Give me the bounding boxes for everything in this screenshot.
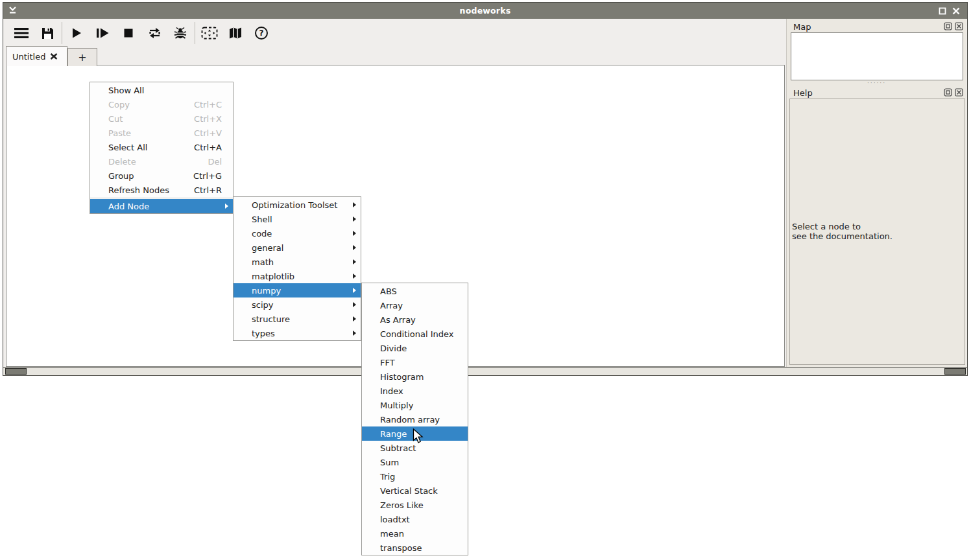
help-button[interactable]: ?	[248, 21, 274, 45]
menu-item-label: Refresh Nodes	[108, 185, 178, 195]
menu-item-types[interactable]: types	[234, 326, 361, 340]
help-panel-header: Help	[787, 86, 966, 99]
submenu-arrow-icon	[353, 245, 356, 250]
submenu-arrow-icon	[353, 316, 356, 321]
right-dock: Map ······ Help	[786, 19, 966, 368]
tab-close-icon[interactable]	[50, 52, 58, 60]
menu-item-label: math	[252, 257, 353, 267]
maximize-icon	[939, 7, 946, 15]
menu-item-array[interactable]: Array	[362, 298, 468, 312]
menu-item-label: numpy	[252, 286, 353, 296]
float-icon	[944, 22, 952, 30]
horizontal-scrollbar[interactable]	[3, 367, 967, 375]
menu-item-zeros-like[interactable]: Zeros Like	[362, 498, 468, 512]
tab-label: Untitled	[12, 52, 45, 62]
main-menu-button[interactable]	[8, 21, 34, 45]
menu-item-label: code	[252, 229, 353, 239]
menu-item-label: Show All	[108, 86, 222, 95]
menu-item-label: Delete	[108, 157, 192, 167]
scrollbar-thumb[interactable]	[5, 368, 27, 375]
menu-item-matplotlib[interactable]: matplotlib	[234, 269, 361, 283]
close-window-button[interactable]	[951, 6, 961, 16]
menu-item-divide[interactable]: Divide	[362, 341, 468, 355]
run-button[interactable]	[64, 21, 90, 45]
menu-item-histogram[interactable]: Histogram	[362, 369, 468, 384]
menu-item-multiply[interactable]: Multiply	[362, 398, 468, 412]
menu-item-show-all[interactable]: Show All	[90, 83, 233, 97]
fit-view-icon	[201, 27, 218, 40]
fit-view-button[interactable]	[197, 21, 222, 45]
menu-item-label: Array	[380, 301, 457, 310]
menu-item-add-node[interactable]: Add Node	[90, 199, 233, 213]
step-run-icon	[96, 28, 109, 38]
help-close-button[interactable]	[954, 88, 963, 97]
menu-item-label: Select All	[108, 143, 178, 152]
run-icon	[72, 28, 82, 38]
menu-item-transpose[interactable]: transpose	[362, 541, 468, 555]
add-node-submenu: Optimization ToolsetShellcodegeneralmath…	[233, 196, 361, 341]
menu-item-label: structure	[252, 314, 353, 324]
loop-run-button[interactable]	[141, 21, 167, 45]
menu-item-sum[interactable]: Sum	[362, 455, 468, 469]
map-toggle-button[interactable]	[222, 21, 248, 45]
menu-item-delete: DeleteDel	[90, 154, 233, 169]
menu-item-abs[interactable]: ABS	[362, 284, 468, 298]
maximize-button[interactable]	[937, 6, 948, 16]
map-view[interactable]	[791, 32, 963, 80]
menu-item-label: Copy	[108, 100, 178, 110]
help-message-line: Select a node to	[792, 222, 893, 232]
menu-item-general[interactable]: general	[234, 240, 361, 255]
scrollbar-end-block[interactable]	[944, 368, 966, 375]
menu-item-label: ABS	[380, 286, 457, 296]
menu-item-select-all[interactable]: Select AllCtrl+A	[90, 140, 233, 154]
menu-item-label: scipy	[252, 300, 353, 310]
menu-item-index[interactable]: Index	[362, 384, 468, 398]
step-run-button[interactable]	[90, 21, 115, 45]
submenu-arrow-icon	[353, 202, 356, 207]
new-tab-label: +	[78, 51, 86, 64]
save-button[interactable]	[34, 21, 60, 45]
menu-item-label: Sum	[380, 458, 457, 467]
menu-item-fft[interactable]: FFT	[362, 355, 468, 369]
tab-untitled[interactable]: Untitled	[6, 46, 67, 66]
map-icon	[228, 27, 243, 40]
menu-item-copy: CopyCtrl+C	[90, 97, 233, 111]
menu-item-random-array[interactable]: Random array	[362, 412, 468, 426]
menu-item-loadtxt[interactable]: loadtxt	[362, 512, 468, 526]
menu-item-as-array[interactable]: As Array	[362, 312, 468, 327]
menu-item-refresh-nodes[interactable]: Refresh NodesCtrl+R	[90, 183, 233, 197]
close-icon	[952, 7, 960, 15]
debug-bug-icon	[174, 27, 187, 40]
window-title: nodeworks	[3, 6, 967, 16]
new-tab-button[interactable]: +	[67, 48, 97, 66]
menu-item-group[interactable]: GroupCtrl+G	[90, 169, 233, 183]
menu-item-shell[interactable]: Shell	[234, 212, 361, 226]
dock-splitter-handle[interactable]: ······	[787, 81, 966, 86]
toolbar-separator	[62, 22, 62, 44]
help-icon: ?	[254, 26, 269, 40]
menu-item-label: Random array	[380, 415, 457, 425]
stop-button[interactable]	[115, 21, 141, 45]
map-float-button[interactable]	[943, 21, 952, 30]
debug-button[interactable]	[167, 21, 193, 45]
menu-item-mean[interactable]: mean	[362, 526, 468, 541]
menu-item-code[interactable]: code	[234, 226, 361, 240]
menu-item-math[interactable]: math	[234, 255, 361, 269]
menu-item-numpy[interactable]: numpy	[234, 283, 361, 298]
menu-item-label: loadtxt	[380, 515, 457, 524]
menu-item-label: Add Node	[108, 202, 225, 211]
menu-item-vertical-stack[interactable]: Vertical Stack	[362, 484, 468, 498]
menu-item-scipy[interactable]: scipy	[234, 298, 361, 312]
menu-item-label: matplotlib	[252, 272, 353, 281]
submenu-arrow-icon	[353, 331, 356, 336]
menu-item-label: Group	[108, 171, 178, 181]
menu-item-structure[interactable]: structure	[234, 312, 361, 326]
menu-item-optimization-toolset[interactable]: Optimization Toolset	[234, 198, 361, 212]
mouse-cursor	[413, 428, 424, 444]
help-float-button[interactable]	[943, 88, 952, 97]
menu-item-trig[interactable]: Trig	[362, 469, 468, 484]
titlebar: nodeworks	[3, 3, 967, 19]
map-close-button[interactable]	[954, 21, 963, 30]
menu-item-conditional-index[interactable]: Conditional Index	[362, 327, 468, 341]
menu-item-shortcut: Ctrl+G	[193, 171, 222, 181]
